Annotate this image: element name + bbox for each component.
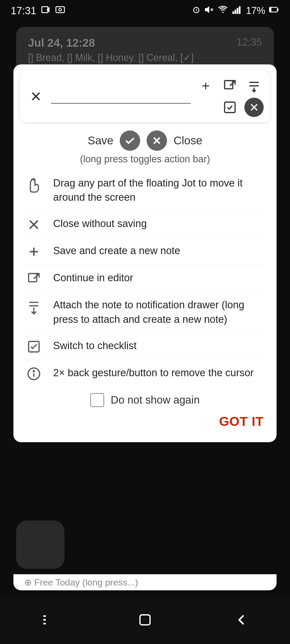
help-text-add: Save and create a new note [53, 244, 266, 258]
mute-icon [205, 5, 214, 17]
help-text-drag: Drag any part of the floating Jot to mov… [53, 176, 266, 204]
toolbar-left: ✕ [26, 87, 46, 106]
help-text-attach: Attach the note to notification drawer (… [53, 298, 266, 326]
help-item-info: 2× back gesture/button to remove the cur… [24, 360, 266, 387]
help-item-close: Close without saving [24, 210, 266, 237]
close-icon: ✕ [30, 89, 42, 105]
drag-icon [24, 177, 44, 193]
checkmark-icon [124, 135, 136, 147]
status-bar: 17:31 17% [0, 0, 290, 21]
help-item-editor: Continue in editor [24, 265, 266, 292]
checklist-icon [223, 100, 237, 114]
cross-icon [151, 135, 163, 147]
svg-rect-13 [239, 6, 240, 14]
svg-point-3 [59, 8, 61, 11]
attach-icon [247, 79, 261, 93]
help-list: Drag any part of the floating Jot to mov… [13, 170, 277, 387]
recents-button[interactable] [41, 612, 56, 627]
help-item-attach: Attach the note to notification drawer (… [24, 292, 266, 332]
toolbar-add-button[interactable]: + [196, 76, 215, 96]
toolbar-editor-button[interactable] [220, 76, 240, 96]
status-left: 17:31 [11, 5, 65, 17]
status-right: 17% [192, 5, 279, 17]
close-help-icon [24, 218, 44, 232]
help-text-editor: Continue in editor [53, 271, 266, 285]
signal-icon [232, 5, 242, 17]
back-button[interactable] [234, 612, 249, 627]
nav-bar [0, 596, 290, 644]
battery-percent: 17% [246, 5, 265, 16]
photo-icon [55, 5, 65, 17]
toolbar-delete-button[interactable]: ✕ [244, 98, 264, 117]
svg-point-25 [33, 178, 35, 181]
floating-toolbar-preview: ✕ + [20, 71, 270, 122]
svg-rect-2 [56, 6, 64, 12]
help-text-checklist: Switch to checklist [53, 339, 266, 353]
svg-rect-15 [277, 8, 278, 11]
svg-rect-16 [270, 8, 271, 12]
svg-marker-7 [205, 7, 209, 12]
svg-line-6 [196, 10, 197, 11]
note-input[interactable] [51, 90, 191, 104]
home-button[interactable] [137, 612, 153, 627]
help-text-info: 2× back gesture/button to remove the cur… [53, 366, 266, 380]
do-not-show-row: Do not show again [13, 387, 277, 411]
save-circle-button[interactable] [120, 130, 140, 151]
open-editor-icon [223, 79, 237, 93]
discard-circle-button[interactable] [147, 130, 167, 151]
toolbar-close-button[interactable]: ✕ [26, 87, 46, 106]
help-item-drag: Drag any part of the floating Jot to mov… [24, 170, 266, 210]
toolbar-bottom-icons: ✕ [196, 98, 264, 117]
help-item-add: Save and create a new note [24, 237, 266, 265]
save-label: Save [88, 134, 113, 147]
toolbar-input-area[interactable] [51, 90, 191, 104]
long-press-hint: (long press toggles action bar) [13, 152, 277, 170]
editor-help-icon [24, 272, 44, 286]
toolbar-top-icons: + [196, 76, 264, 96]
media-icon [41, 5, 51, 17]
toolbar-checklist-button[interactable] [220, 98, 240, 117]
help-dialog: ✕ + [13, 64, 277, 442]
overflow-text: ⊕ Free Today (long press...) [24, 577, 138, 588]
close-label: Close [173, 134, 202, 147]
checklist-help-icon [24, 340, 44, 354]
toolbar-right-icons: + [196, 76, 264, 117]
toolbar-attach-button[interactable] [244, 76, 264, 96]
overflow-peek: ⊕ Free Today (long press...) [13, 574, 277, 590]
got-it-row: GOT IT [13, 411, 277, 431]
time-display: 17:31 [11, 5, 36, 17]
attach-help-icon [24, 299, 44, 315]
svg-rect-42 [140, 615, 150, 625]
alarm-icon [192, 5, 201, 17]
help-item-checklist: Switch to checklist [24, 332, 266, 360]
got-it-button[interactable]: GOT IT [219, 414, 264, 429]
svg-point-38 [33, 371, 34, 372]
add-help-icon [24, 245, 44, 259]
wifi-icon [218, 5, 228, 17]
delete-icon: ✕ [249, 101, 259, 114]
plus-icon: + [202, 78, 210, 94]
svg-rect-22 [225, 102, 235, 113]
help-text-close: Close without saving [53, 217, 266, 231]
save-close-row: Save Close [13, 122, 277, 152]
info-help-icon [24, 367, 44, 381]
svg-rect-12 [237, 8, 238, 14]
svg-rect-10 [233, 11, 234, 14]
do-not-show-label: Do not show again [111, 394, 200, 406]
do-not-show-checkbox[interactable] [90, 393, 104, 407]
battery-icon [269, 5, 279, 17]
svg-rect-11 [234, 10, 236, 14]
